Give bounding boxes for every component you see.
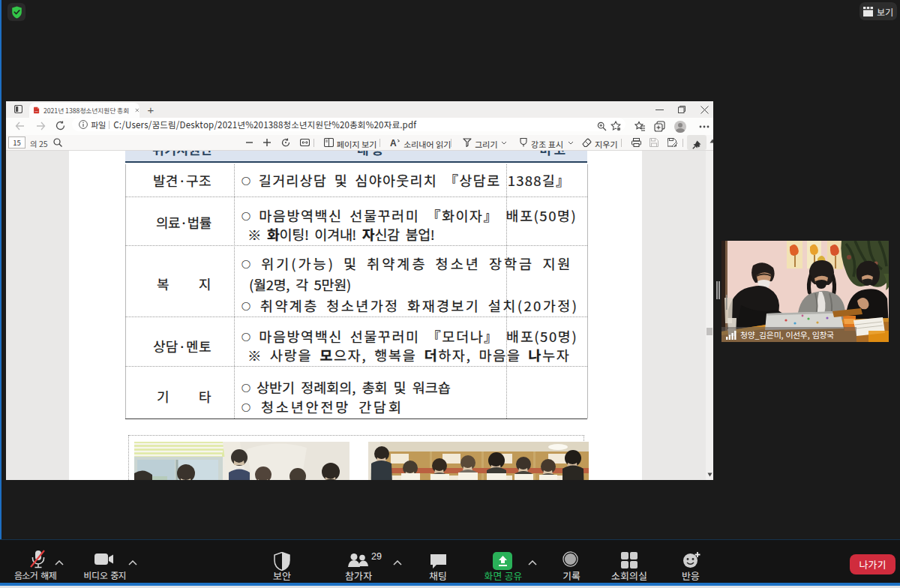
svg-text:PDF: PDF <box>35 110 39 112</box>
svg-text:A: A <box>390 138 397 148</box>
